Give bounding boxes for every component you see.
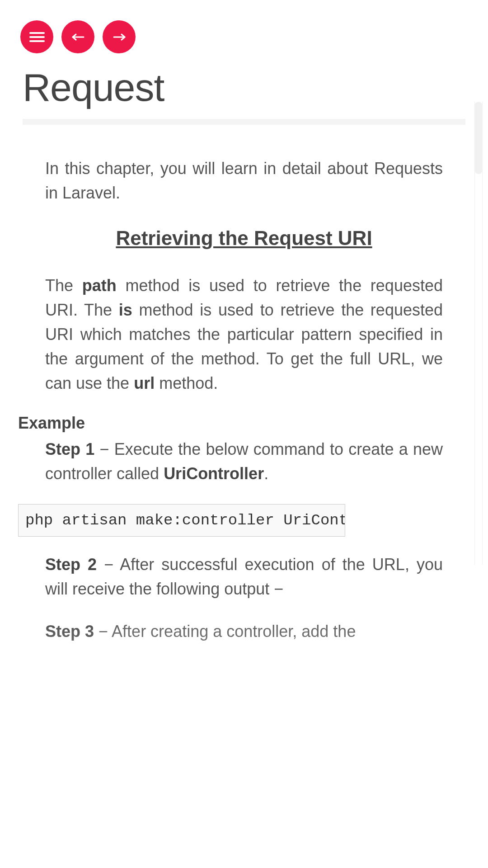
step-label: Step 3	[45, 622, 94, 641]
step-3: Step 3 − After creating a controller, ad…	[45, 619, 443, 644]
code-block[interactable]: php artisan make:controller UriControlle…	[18, 504, 345, 537]
bold-is: is	[119, 301, 132, 319]
intro-paragraph: In this chapter, you will learn in detai…	[45, 156, 443, 205]
page-root: Request In this chapter, you will learn …	[0, 0, 488, 868]
text: method.	[155, 374, 218, 392]
step-label: Step 1	[45, 440, 94, 458]
example-heading: Example	[0, 414, 488, 437]
text: The	[45, 276, 82, 295]
arrow-left-icon	[71, 33, 85, 41]
bold-path: path	[82, 276, 117, 295]
uri-paragraph: The path method is used to retrieve the …	[45, 274, 443, 396]
text: − After successful execution of the URL,…	[45, 555, 443, 598]
code-block-wrap: php artisan make:controller UriControlle…	[0, 504, 488, 537]
text: − After creating a controller, add the	[94, 622, 356, 641]
steps-block: Step 1 − Execute the below command to cr…	[0, 437, 488, 486]
section-heading: Retrieving the Request URI	[45, 223, 443, 253]
text: .	[264, 464, 268, 483]
prev-button[interactable]	[61, 20, 94, 53]
bold-url: url	[134, 374, 155, 392]
title-divider	[23, 119, 465, 125]
scrollbar-thumb[interactable]	[474, 102, 483, 174]
next-button[interactable]	[103, 20, 136, 53]
page-title: Request	[23, 67, 465, 108]
bold-uricontroller: UriController	[164, 464, 264, 483]
steps-block-2: Step 2 − After successful execution of t…	[0, 552, 488, 644]
step-2: Step 2 − After successful execution of t…	[45, 552, 443, 601]
menu-button[interactable]	[20, 20, 53, 53]
content-body: In this chapter, you will learn in detai…	[0, 156, 488, 396]
title-section: Request	[0, 53, 488, 125]
arrow-right-icon	[113, 33, 126, 41]
bottom-fade	[0, 606, 488, 868]
step-label: Step 2	[45, 555, 97, 574]
step-1: Step 1 − Execute the below command to cr…	[45, 437, 443, 486]
top-nav	[0, 0, 488, 53]
menu-icon	[29, 32, 45, 42]
